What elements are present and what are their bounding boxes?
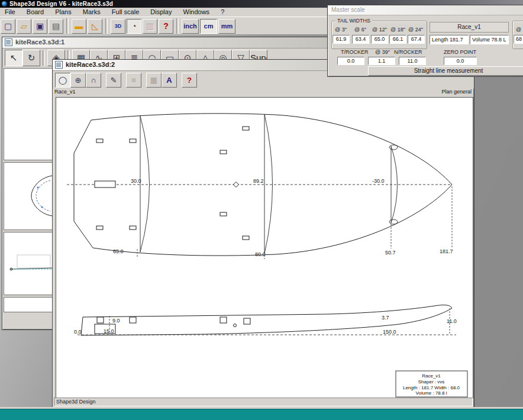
lines-icon: ≡ — [131, 76, 136, 85]
window2-status-bar: Shape3d Design — [54, 398, 473, 406]
mdi-workspace: kiteRace3.s3d:1 ↖ ↻ ◈ ▦ ∿ ⊞ ≣ ◠ ▭ ⊙ △ ◎ … — [0, 34, 523, 407]
info-name: Race_v1 — [422, 373, 441, 379]
measure-button[interactable]: ▬ — [72, 19, 86, 34]
help-button[interactable]: ? — [182, 73, 197, 88]
length-field[interactable]: Length 181.7 — [430, 35, 469, 44]
thickness-view-button[interactable]: ≡ — [126, 73, 141, 88]
menu-file[interactable]: File — [0, 8, 20, 17]
view-label-row: Race_v1 Plan general — [53, 89, 474, 96]
dim-station-nose: -30.0 — [372, 178, 385, 184]
new-file-button[interactable]: ▢ — [1, 19, 15, 34]
slice-edit-button[interactable]: ✎ — [106, 73, 121, 88]
unit-mm-button[interactable]: mm — [218, 19, 235, 34]
deck-plug — [244, 318, 250, 324]
menu-full-scale[interactable]: Full scale — [107, 8, 144, 17]
n-rocker-label: N/ROCKER — [394, 49, 422, 55]
side-view: 0.0 9.0 15.0 3.7 150.0 11.0 — [74, 305, 457, 335]
nose-width-field-clipped[interactable]: 68 — [514, 35, 523, 44]
ruler-icon: ▬ — [75, 21, 83, 31]
view-3d-button[interactable]: 3D — [111, 19, 125, 34]
menu-display[interactable]: Display — [146, 8, 176, 17]
letter-a-icon: A — [166, 76, 172, 85]
insert-plug — [243, 236, 249, 240]
select-tool-button[interactable]: ↖ — [5, 50, 22, 66]
profile-thumbnail — [4, 232, 52, 295]
zero-point-field[interactable]: 0.0 — [444, 57, 477, 65]
master-scale-title-bar[interactable]: Master scale — [328, 5, 523, 15]
tail-width-field-18[interactable]: 66.1 — [389, 35, 406, 44]
unit-inch-button[interactable]: inch — [182, 19, 199, 34]
volume-field[interactable]: Volume 78.8 L — [470, 35, 509, 44]
info-dimensions: Length : 181.7 Width : 68.0 — [403, 385, 460, 390]
layers-icon: ▥ — [146, 21, 154, 31]
set-square-icon: ◺ — [92, 21, 98, 31]
dim-station-tail: 30.0 — [131, 178, 141, 184]
dim-nose-rocker: 11.0 — [447, 318, 457, 324]
center-marker-side — [234, 324, 237, 327]
plan-thumbnail — [4, 163, 52, 230]
render-button[interactable]: ◔ — [127, 19, 141, 34]
toolbar-separator — [43, 50, 45, 66]
help-icon: ? — [163, 21, 169, 31]
straight-line-measurement-button[interactable]: Straight line measurement — [368, 66, 523, 76]
plan-view-button[interactable]: ◯ — [55, 73, 70, 88]
width-view-icon: ⊕ — [75, 76, 82, 85]
grid-icon: ▦ — [150, 76, 157, 85]
handle-outline — [95, 181, 115, 188]
menu-marks[interactable]: Marks — [78, 8, 105, 17]
width-view-button[interactable]: ⊕ — [70, 73, 86, 88]
document-icon — [55, 61, 63, 69]
view-panel-outline[interactable] — [4, 68, 53, 160]
at-39-field[interactable]: 1.1 — [368, 57, 395, 65]
view-panel-extra[interactable] — [4, 297, 53, 312]
deck-line — [83, 305, 452, 317]
dim-mid-nose-rocker: 3.7 — [382, 315, 389, 321]
rotate-tool-button[interactable]: ↻ — [22, 50, 40, 66]
open-file-button[interactable]: ▱ — [17, 19, 31, 34]
dim-nose-section: 50.7 — [385, 250, 396, 256]
at-39-label: @ 39" — [375, 49, 390, 55]
tail-width-label-6: @ 6" — [354, 27, 366, 33]
tail-width-field-12[interactable]: 65.0 — [371, 35, 388, 44]
info-shaper: Shaper : vvs — [418, 379, 444, 385]
deck-plug — [130, 317, 136, 323]
tail-width-field-24[interactable]: 67.4 — [408, 35, 425, 44]
bottom-line — [81, 308, 452, 335]
application-window: Shape3d Design V6 - kiteRace3.s3d File B… — [0, 0, 523, 409]
insert-plug — [243, 127, 249, 130]
print-button[interactable]: ▤ — [49, 19, 63, 34]
t-rocker-field[interactable]: 0.0 — [337, 57, 364, 65]
set-square-button[interactable]: ◺ — [88, 19, 102, 34]
drawing-area[interactable]: 30.0 89.2 -30.0 65.0 80.0 50.7 181.7 — [56, 97, 473, 398]
menu-windows[interactable]: Windows — [179, 8, 215, 17]
desktop-strip — [0, 409, 523, 420]
tail-width-label-24: @ 24" — [408, 27, 423, 33]
center-marker — [234, 182, 239, 188]
document-window-2[interactable]: kiteRace3.s3d:2 ◯ ⊕ ∩ ✎ ≡ ▦ A ? Race_v1 … — [52, 59, 474, 407]
text-annotation-button[interactable]: A — [162, 73, 177, 88]
tail-width-field-6[interactable]: 63.4 — [352, 35, 369, 44]
layers-button[interactable]: ▥ — [143, 19, 157, 34]
select-arrow-icon: ↖ — [10, 53, 18, 63]
n-rocker-field[interactable]: 11.0 — [399, 57, 426, 65]
board-info-box: Race_v1 Shaper : vvs Length : 181.7 Widt… — [396, 371, 467, 397]
unit-cm-button[interactable]: cm — [200, 19, 217, 34]
dim-tail-rocker: 0.0 — [74, 329, 82, 335]
save-button[interactable]: ▣ — [33, 19, 47, 34]
measurements-button[interactable]: ▦ — [146, 73, 162, 88]
menu-board[interactable]: Board — [22, 8, 49, 17]
view-name-label: Plan general — [441, 89, 472, 95]
zero-point-label: ZERO POINT — [444, 49, 476, 55]
rocker-view-button[interactable]: ∩ — [86, 73, 101, 88]
open-folder-icon: ▱ — [21, 21, 27, 31]
window1-title-bar[interactable]: kiteRace3.s3d:1 — [2, 37, 332, 49]
view-panel-plan[interactable] — [4, 162, 53, 230]
view-panel-profile[interactable] — [4, 232, 53, 295]
menu-help[interactable]: ? — [216, 8, 229, 17]
help-button[interactable]: ? — [159, 19, 173, 34]
deck-plug — [220, 317, 227, 323]
master-scale-window[interactable]: Master scale TAIL WIDTHS @ 3" @ 6" @ 12"… — [327, 5, 523, 77]
menu-plans[interactable]: Plans — [50, 8, 76, 17]
tail-width-field-3[interactable]: 61.9 — [332, 35, 350, 44]
insert-plug — [220, 212, 227, 216]
